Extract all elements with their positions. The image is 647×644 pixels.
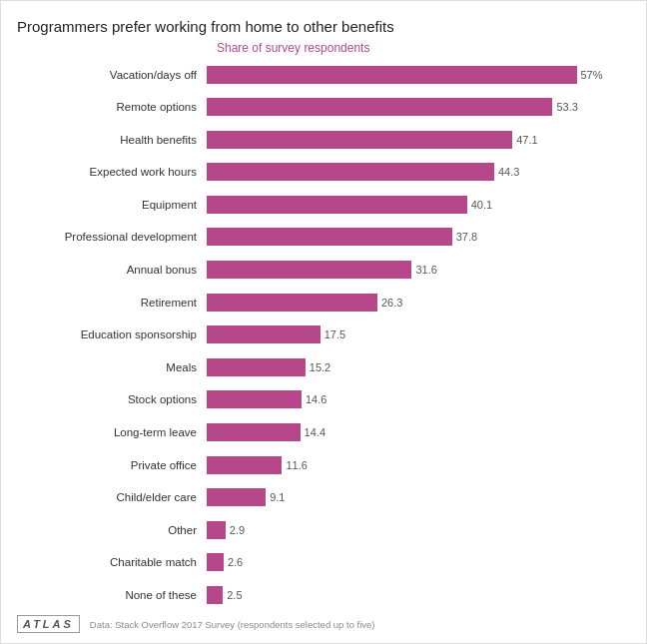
bar-track: 57%: [207, 66, 630, 84]
bar-row: Meals15.2: [17, 353, 630, 381]
bar-value: 47.1: [516, 134, 537, 146]
bar-row: Expected work hours44.3: [17, 158, 630, 186]
bar-label: Annual bonus: [17, 264, 207, 276]
bar-row: Education sponsorship17.5: [17, 321, 630, 348]
bar-value: 40.1: [471, 199, 492, 211]
bar-row: Remote options53.3: [17, 93, 630, 121]
bar-label: Private office: [17, 459, 207, 471]
bar-value: 2.6: [228, 556, 243, 568]
bar-fill: [207, 488, 266, 506]
chart-container: Programmers prefer working from home to …: [0, 0, 647, 644]
bar-label: Vacation/days off: [17, 69, 207, 81]
bars-area: Vacation/days off57%Remote options53.3He…: [17, 61, 630, 610]
bar-fill: [207, 196, 467, 214]
bar-label: Child/elder care: [17, 491, 207, 503]
bar-track: 9.1: [207, 488, 630, 506]
bar-row: Equipment40.1: [17, 191, 630, 219]
bar-fill: [207, 358, 306, 376]
bar-row: Other2.9: [17, 516, 630, 544]
bar-value: 14.4: [305, 426, 325, 438]
bar-label: Remote options: [17, 101, 207, 113]
bar-value: 2.5: [227, 589, 242, 601]
bar-fill: [207, 228, 452, 246]
bar-track: 31.6: [207, 261, 630, 279]
bar-label: Meals: [17, 361, 207, 373]
bar-fill: [207, 456, 282, 474]
bar-row: Annual bonus31.6: [17, 256, 630, 284]
bar-track: 15.2: [207, 358, 630, 376]
bar-row: Vacation/days off57%: [17, 61, 630, 89]
bar-row: Long-term leave14.4: [17, 418, 630, 446]
bar-value: 2.9: [230, 524, 245, 536]
bar-row: Private office11.6: [17, 451, 630, 479]
bar-track: 40.1: [207, 196, 630, 214]
source-text: Data: Stack Overflow 2017 Survey (respon…: [90, 619, 375, 630]
bar-label: Other: [17, 524, 207, 536]
chart-subtitle: Share of survey respondents: [217, 41, 630, 55]
bar-row: None of these2.5: [17, 581, 630, 609]
bar-value: 14.6: [306, 393, 326, 405]
bar-track: 2.6: [207, 553, 630, 571]
bar-value: 53.3: [556, 101, 577, 113]
bar-row: Stock options14.6: [17, 385, 630, 413]
bar-value: 57%: [581, 69, 603, 81]
bar-row: Professional development37.8: [17, 223, 630, 251]
bar-fill: [207, 261, 411, 279]
bar-label: Expected work hours: [17, 166, 207, 178]
bar-fill: [207, 163, 494, 181]
bar-fill: [207, 586, 223, 604]
bar-track: 14.6: [207, 390, 630, 408]
bar-label: Charitable match: [17, 556, 207, 568]
bar-track: 44.3: [207, 163, 630, 181]
bar-track: 14.4: [207, 423, 630, 441]
bar-label: Education sponsorship: [17, 328, 207, 340]
bar-label: Stock options: [17, 393, 207, 405]
atlas-logo: ATLAS: [17, 615, 80, 633]
bar-value: 15.2: [310, 361, 330, 373]
chart-footer: ATLAS Data: Stack Overflow 2017 Survey (…: [17, 615, 630, 633]
bar-fill: [207, 423, 301, 441]
bar-fill: [207, 66, 577, 84]
bar-track: 2.9: [207, 521, 630, 539]
bar-value: 9.1: [270, 491, 285, 503]
bar-value: 37.8: [456, 231, 477, 243]
bar-value: 44.3: [498, 166, 519, 178]
bar-fill: [207, 553, 224, 571]
bar-track: 2.5: [207, 586, 630, 604]
bar-row: Retirement26.3: [17, 289, 630, 317]
bar-fill: [207, 294, 377, 312]
bar-label: Health benefits: [17, 134, 207, 146]
bar-row: Charitable match2.6: [17, 548, 630, 576]
bar-fill: [207, 521, 226, 539]
bar-track: 47.1: [207, 131, 630, 149]
bar-value: 31.6: [415, 264, 436, 276]
bar-label: Retirement: [17, 297, 207, 309]
bar-label: Long-term leave: [17, 426, 207, 438]
bar-label: Professional development: [17, 231, 207, 243]
bar-fill: [207, 131, 512, 149]
bar-track: 17.5: [207, 325, 630, 343]
bar-fill: [207, 390, 302, 408]
bar-fill: [207, 325, 321, 343]
bar-row: Child/elder care9.1: [17, 483, 630, 511]
bar-track: 37.8: [207, 228, 630, 246]
bar-track: 26.3: [207, 294, 630, 312]
chart-title: Programmers prefer working from home to …: [17, 17, 630, 37]
bar-label: None of these: [17, 589, 207, 601]
bar-row: Health benefits47.1: [17, 126, 630, 154]
bar-fill: [207, 98, 552, 116]
bar-label: Equipment: [17, 199, 207, 211]
bar-track: 53.3: [207, 98, 630, 116]
bar-value: 17.5: [324, 328, 345, 340]
bar-value: 26.3: [381, 297, 402, 309]
bar-track: 11.6: [207, 456, 630, 474]
bar-value: 11.6: [286, 459, 307, 471]
